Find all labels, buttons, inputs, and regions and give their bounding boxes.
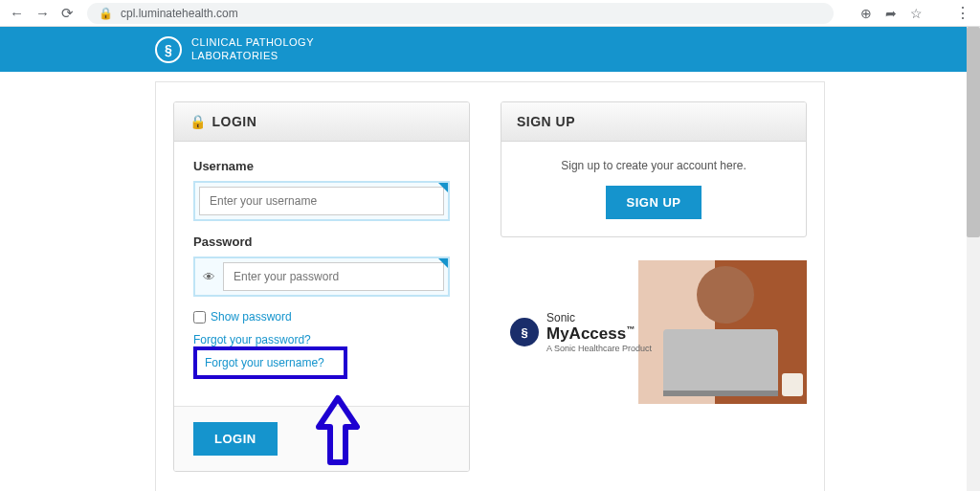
promo-logo-icon: § [510,318,539,346]
promo-mug-illustration [782,373,803,396]
show-password-label[interactable]: Show password [211,310,292,324]
forgot-password-link[interactable]: Forgot your password? [193,333,311,346]
promo-text: Sonic MyAccess™ A Sonic Healthcare Produ… [546,311,652,353]
promo-banner: § Sonic MyAccess™ A Sonic Healthcare Pro… [501,260,807,404]
signup-description: Sign up to create your account here. [521,159,787,172]
brand-text: CLINICAL PATHOLOGY LABORATORIES [191,36,314,61]
promo-line2: MyAccess™ [546,324,652,344]
login-header-text: LOGIN [212,114,257,129]
username-field-wrap [193,181,450,221]
brand-line1: CLINICAL PATHOLOGY [191,36,314,49]
signup-panel: SIGN UP Sign up to create your account h… [501,101,807,237]
brand-line2: LABORATORIES [191,50,314,62]
main-container: 🔒 LOGIN Username Password 👁 Show passw [155,81,825,491]
password-field-wrap: 👁 [193,257,450,297]
lock-icon: 🔒 [189,114,207,129]
scrollbar-track[interactable] [967,27,980,491]
password-label: Password [193,234,450,249]
forgot-links-row: Forgot your password? Forgot your userna… [193,333,450,379]
login-button[interactable]: LOGIN [193,422,278,456]
browser-toolbar: ← → ⟳ 🔒 cpl.luminatehealth.com ⊕ ➦ ☆ ⋮ [0,0,980,27]
signup-header-text: SIGN UP [517,114,575,129]
field-corner-icon [438,258,448,268]
login-panel-header: 🔒 LOGIN [174,102,469,142]
forward-icon[interactable]: → [35,5,50,21]
zoom-icon[interactable]: ⊕ [860,6,872,21]
star-icon[interactable]: ☆ [910,6,923,21]
browser-nav-icons: ← → ⟳ [10,5,74,22]
promo-laptop-illustration [663,329,778,396]
share-icon[interactable]: ➦ [885,6,897,21]
username-label: Username [193,159,450,173]
forgot-username-link[interactable]: Forgot your username? [193,346,347,379]
annotation-arrow-icon [314,393,362,472]
url-text: cpl.luminatehealth.com [121,7,238,20]
reload-icon[interactable]: ⟳ [61,5,74,22]
back-icon[interactable]: ← [10,5,24,21]
promo-line3: A Sonic Healthcare Product [546,344,652,353]
eye-icon[interactable]: 👁 [199,270,223,284]
kebab-menu-icon[interactable]: ⋮ [955,4,970,22]
address-bar[interactable]: 🔒 cpl.luminatehealth.com [87,3,834,24]
login-panel: 🔒 LOGIN Username Password 👁 Show passw [173,101,470,472]
promo-line1: Sonic [546,311,652,324]
signup-button[interactable]: SIGN UP [606,186,702,219]
brand-header: § CLINICAL PATHOLOGY LABORATORIES [0,27,980,72]
username-input[interactable] [199,187,444,215]
scrollbar-thumb[interactable] [967,27,980,237]
signup-panel-header: SIGN UP [501,102,806,142]
login-panel-footer: LOGIN [174,406,469,471]
brand-logo-icon: § [155,36,182,63]
browser-right-icons: ⊕ ➦ ☆ [860,6,923,21]
lock-icon: 🔒 [99,7,113,20]
show-password-checkbox[interactable] [193,311,206,324]
field-corner-icon [438,183,448,192]
password-input[interactable] [223,262,444,291]
promo-person-illustration [697,266,754,324]
